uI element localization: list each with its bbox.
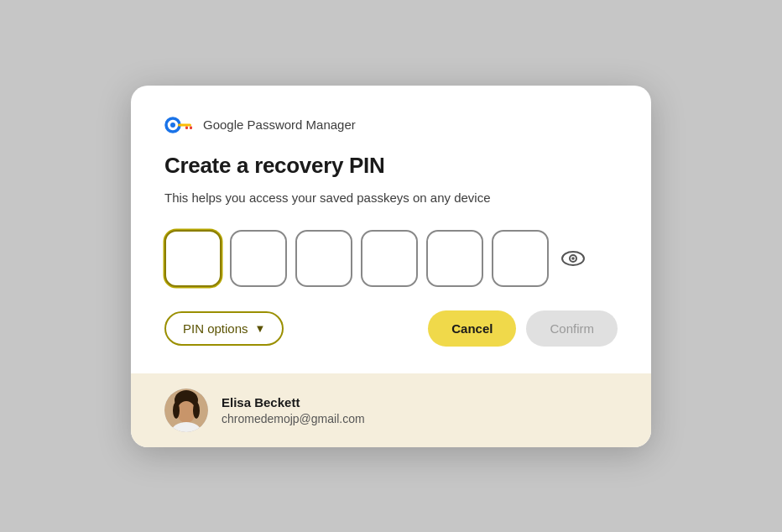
pin-options-button[interactable]: PIN options ▼ bbox=[164, 311, 284, 346]
pin-input-2[interactable] bbox=[230, 230, 287, 287]
eye-icon bbox=[560, 249, 586, 268]
chevron-down-icon: ▼ bbox=[255, 322, 266, 335]
avatar bbox=[164, 389, 208, 432]
svg-point-12 bbox=[193, 402, 200, 419]
dialog: Google Password Manager Create a recover… bbox=[131, 86, 651, 447]
right-buttons: Cancel Confirm bbox=[428, 310, 618, 347]
dialog-heading: Create a recovery PIN bbox=[164, 153, 618, 179]
pin-input-4[interactable] bbox=[361, 230, 418, 287]
gpm-logo bbox=[164, 116, 195, 134]
dialog-body: Google Password Manager Create a recover… bbox=[131, 86, 651, 373]
pin-input-3[interactable] bbox=[295, 230, 352, 287]
app-name-label: Google Password Manager bbox=[203, 117, 356, 132]
toggle-visibility-button[interactable] bbox=[557, 246, 589, 271]
account-info: Elisa Beckett chromedemojp@gmail.com bbox=[222, 395, 365, 425]
pin-input-6[interactable] bbox=[492, 230, 549, 287]
confirm-button[interactable]: Confirm bbox=[526, 310, 618, 347]
pin-input-1[interactable] bbox=[164, 230, 222, 287]
pin-input-5[interactable] bbox=[426, 230, 483, 287]
account-email: chromedemojp@gmail.com bbox=[222, 412, 365, 425]
svg-point-10 bbox=[177, 401, 196, 423]
svg-point-7 bbox=[571, 257, 575, 260]
svg-point-4 bbox=[170, 123, 175, 128]
svg-rect-2 bbox=[185, 126, 188, 129]
header-row: Google Password Manager bbox=[164, 116, 618, 134]
cancel-button[interactable]: Cancel bbox=[428, 310, 516, 347]
account-bar: Elisa Beckett chromedemojp@gmail.com bbox=[131, 373, 651, 447]
actions-row: PIN options ▼ Cancel Confirm bbox=[164, 310, 618, 347]
pin-input-row bbox=[164, 230, 618, 287]
dialog-subtitle: This helps you access your saved passkey… bbox=[164, 189, 618, 206]
account-name: Elisa Beckett bbox=[222, 395, 365, 409]
pin-options-label: PIN options bbox=[183, 321, 248, 336]
svg-point-11 bbox=[173, 402, 180, 419]
avatar-image bbox=[164, 389, 208, 432]
svg-rect-3 bbox=[190, 126, 192, 129]
svg-rect-1 bbox=[178, 123, 191, 126]
google-key-icon bbox=[164, 116, 195, 134]
